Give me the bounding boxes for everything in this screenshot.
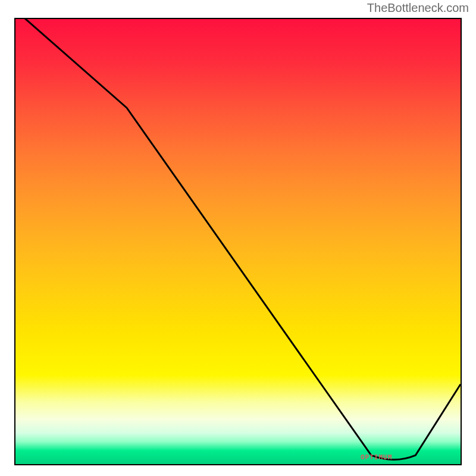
watermark-text: TheBottleneck.com bbox=[367, 1, 469, 15]
optimum-marker-label: OPTIMUM bbox=[361, 453, 392, 461]
chart-plot-area: OPTIMUM bbox=[14, 18, 462, 465]
bottleneck-curve-line bbox=[15, 19, 461, 460]
line-chart-svg bbox=[15, 19, 461, 464]
